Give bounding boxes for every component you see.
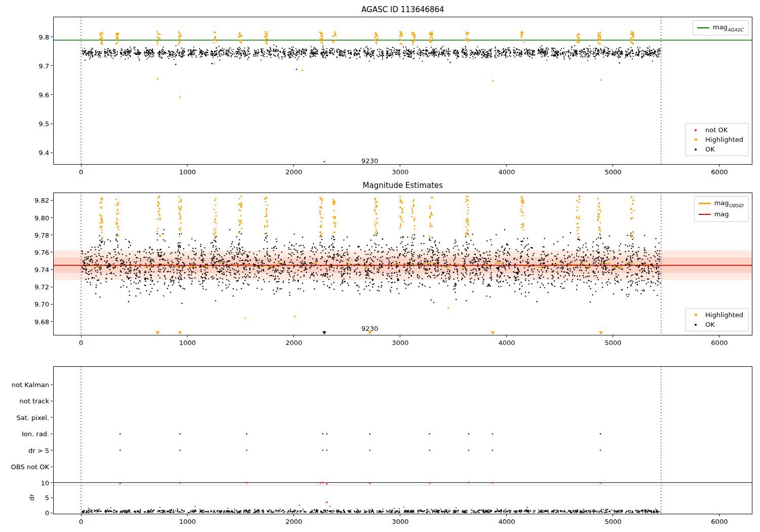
- mag-agasc-line-sample: [697, 27, 709, 28]
- mag-legend-label: mag: [714, 210, 729, 219]
- middle-plot-title: Magnitude Estimates: [363, 181, 443, 190]
- x-tick-label: 0: [79, 168, 83, 176]
- x-tick-mark: [506, 514, 507, 516]
- x-tick-label: 2000: [285, 168, 302, 176]
- figure: AGASC ID 113646864 magAGASC not OK Highl…: [0, 0, 760, 532]
- y-tick-mark: [51, 153, 53, 153]
- top-plot-annotation: 9230: [361, 157, 378, 165]
- y-tick-label: 9.80: [34, 214, 49, 221]
- x-tick-mark: [293, 335, 294, 337]
- dr-axis-label: dr: [28, 494, 35, 501]
- y-tick-label: 9.68: [34, 318, 49, 325]
- legend-item-ok-mid: OK: [690, 321, 743, 328]
- y-tick-mark: [51, 513, 53, 513]
- x-tick-mark: [719, 514, 719, 516]
- x-tick-label: 4000: [498, 339, 515, 347]
- legend-item-mag-agasc: magAGASC: [697, 23, 743, 32]
- not-ok-legend-label: not OK: [705, 126, 728, 134]
- x-tick-mark: [400, 514, 400, 516]
- top-plot-canvas: [53, 17, 752, 165]
- x-tick-label: 3000: [392, 518, 408, 525]
- dr-tick-label: 5: [45, 494, 49, 502]
- x-tick-mark: [613, 335, 613, 337]
- x-tick-label: 4000: [498, 168, 515, 176]
- legend-item-ok: OK: [690, 145, 743, 153]
- y-tick-label: 9.74: [34, 266, 49, 274]
- y-tick-label: 9.4: [39, 149, 49, 157]
- y-tick-mark: [51, 385, 53, 385]
- y-tick-mark: [51, 217, 53, 218]
- x-tick-mark: [719, 165, 719, 167]
- y-tick-mark: [51, 270, 53, 270]
- y-tick-label: 9.78: [34, 231, 49, 239]
- x-tick-label: 6000: [711, 339, 728, 347]
- y-tick-label: 9.76: [34, 248, 49, 256]
- x-tick-label: 0: [79, 339, 83, 347]
- x-tick-mark: [400, 335, 400, 337]
- y-tick-mark: [51, 401, 53, 401]
- x-tick-label: 4000: [498, 518, 515, 525]
- y-tick-mark: [51, 304, 53, 305]
- top-plot-line-legend: magAGASC: [693, 20, 749, 35]
- x-tick-label: 2000: [285, 339, 302, 347]
- flag-category-label: Sat. pixel.: [17, 413, 49, 421]
- flag-category-label: not Kalman: [12, 381, 49, 389]
- y-tick-mark: [51, 417, 53, 417]
- x-tick-label: 1000: [179, 518, 196, 525]
- mag-line-sample: [699, 214, 711, 215]
- ok-legend-label: OK: [705, 145, 715, 153]
- highlighted-marker-icon: [690, 314, 702, 316]
- y-tick-mark: [51, 482, 53, 483]
- flag-category-label: not track: [19, 397, 49, 405]
- x-tick-label: 5000: [604, 168, 621, 176]
- highlighted-legend-label: Highlighted: [705, 136, 743, 143]
- y-tick-mark: [51, 235, 53, 235]
- y-tick-label: 9.5: [39, 120, 49, 128]
- x-tick-label: 5000: [604, 339, 621, 347]
- y-tick-mark: [51, 450, 53, 450]
- y-tick-label: 9.8: [39, 33, 49, 41]
- legend-item-not-ok: not OK: [690, 126, 743, 134]
- x-tick-label: 2000: [285, 518, 302, 525]
- y-tick-mark: [51, 252, 53, 252]
- y-tick-mark: [51, 498, 53, 498]
- x-tick-mark: [400, 165, 400, 167]
- middle-plot-canvas: [53, 193, 752, 335]
- x-tick-label: 5000: [604, 518, 621, 525]
- x-tick-mark: [293, 165, 294, 167]
- x-tick-mark: [506, 335, 507, 337]
- y-tick-mark: [51, 287, 53, 287]
- legend-item-mag: mag: [699, 210, 743, 219]
- middle-plot-line-legend: magOBSID mag: [694, 196, 749, 222]
- top-plot-title: AGASC ID 113646864: [361, 5, 444, 14]
- x-tick-label: 6000: [711, 518, 728, 525]
- y-tick-label: 9.7: [39, 62, 49, 69]
- y-tick-mark: [51, 36, 53, 37]
- x-tick-mark: [613, 165, 613, 167]
- highlighted-legend-label: Highlighted: [705, 311, 743, 319]
- x-tick-label: 6000: [711, 168, 728, 176]
- x-tick-mark: [293, 514, 294, 516]
- flag-category-label: dr > 5: [28, 446, 49, 454]
- y-tick-mark: [51, 434, 53, 434]
- flag-category-label: Ion. rad.: [22, 430, 49, 438]
- dr-tick-label: 10: [41, 479, 49, 486]
- mag-obsid-line-sample: [699, 203, 711, 204]
- y-tick-mark: [51, 200, 53, 201]
- mag-agasc-legend-label: magAGASC: [713, 23, 743, 32]
- x-tick-mark: [81, 335, 82, 337]
- legend-item-highlighted-mid: Highlighted: [690, 311, 743, 319]
- dr-tick-label: 0: [45, 509, 49, 517]
- x-tick-mark: [187, 514, 187, 516]
- mag-obsid-legend-label: magOBSID: [714, 199, 743, 208]
- x-tick-mark: [187, 335, 187, 337]
- not-ok-marker-icon: [690, 129, 702, 131]
- y-tick-mark: [51, 467, 53, 467]
- top-plot-marker-legend: not OK Highlighted OK: [685, 123, 749, 156]
- legend-item-mag-obsid: magOBSID: [699, 199, 743, 208]
- highlighted-marker-icon: [690, 138, 702, 141]
- x-tick-label: 3000: [392, 339, 408, 347]
- ok-marker-icon: [690, 148, 702, 150]
- ok-marker-icon: [690, 324, 702, 326]
- middle-plot-annotation: 9230: [361, 325, 378, 332]
